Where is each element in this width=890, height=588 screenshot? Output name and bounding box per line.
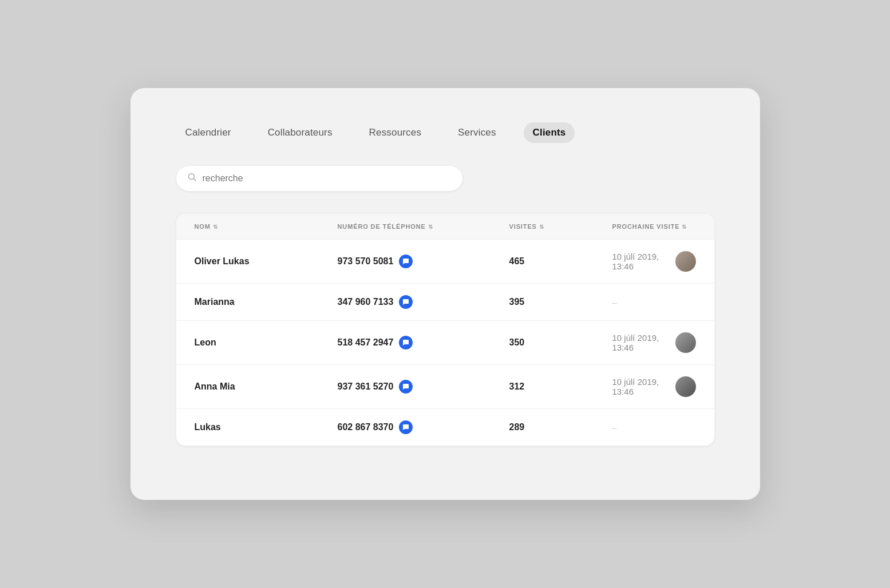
- cell-visits: 395: [509, 297, 612, 307]
- col-header-telephone[interactable]: NUMÉRO DE TÉLÉPHONE ⇅: [338, 223, 509, 230]
- tab-services[interactable]: Services: [449, 122, 505, 143]
- cell-next-visit: 10 júlí 2019, 13:46: [612, 332, 696, 353]
- cell-visits: 350: [509, 337, 612, 348]
- avatar: [675, 332, 696, 353]
- search-box: [176, 166, 462, 191]
- nav-tabs: CalendrierCollaborateursRessourcesServic…: [176, 122, 714, 143]
- col-header-visites[interactable]: VISITES ⇅: [509, 223, 612, 230]
- sort-icon-prochaine: ⇅: [682, 224, 687, 230]
- cell-phone: 602 867 8370: [338, 420, 509, 434]
- next-visit-date: 10 júlí 2019, 13:46: [612, 252, 669, 271]
- cell-next-visit: 10 júlí 2019, 13:46: [612, 251, 696, 272]
- tab-ressources[interactable]: Ressources: [360, 122, 430, 143]
- cell-next-visit: –: [612, 423, 696, 432]
- chat-icon[interactable]: [399, 420, 413, 434]
- next-visit-date: –: [612, 423, 617, 432]
- cell-visits: 465: [509, 256, 612, 267]
- next-visit-date: 10 júlí 2019, 13:46: [612, 333, 669, 352]
- avatar-inner: [675, 251, 696, 272]
- sort-icon-nom: ⇅: [213, 224, 218, 230]
- chat-icon[interactable]: [399, 255, 413, 268]
- table-header: NOM ⇅NUMÉRO DE TÉLÉPHONE ⇅VISITES ⇅PROCH…: [176, 214, 714, 239]
- cell-phone: 973 570 5081: [338, 255, 509, 268]
- chat-icon[interactable]: [399, 295, 413, 309]
- cell-phone: 518 457 2947: [338, 336, 509, 349]
- search-input[interactable]: [203, 173, 451, 184]
- search-container: [176, 166, 714, 191]
- svg-line-1: [193, 179, 196, 181]
- avatar: [675, 376, 696, 397]
- app-window: CalendrierCollaborateursRessourcesServic…: [130, 88, 760, 500]
- table-row[interactable]: Leon 518 457 2947 35010 júlí 2019, 13:46: [176, 320, 714, 364]
- avatar-inner: [675, 376, 696, 397]
- sort-icon-telephone: ⇅: [428, 224, 433, 230]
- cell-visits: 312: [509, 382, 612, 392]
- tab-calendrier[interactable]: Calendrier: [176, 122, 240, 143]
- cell-phone: 347 960 7133: [338, 295, 509, 309]
- cell-name: Marianna: [195, 297, 338, 307]
- next-visit-date: –: [612, 297, 617, 307]
- tab-clients[interactable]: Clients: [524, 122, 575, 143]
- cell-next-visit: –: [612, 297, 696, 307]
- tab-collaborateurs[interactable]: Collaborateurs: [259, 122, 342, 143]
- cell-name: Leon: [195, 337, 338, 348]
- clients-table: NOM ⇅NUMÉRO DE TÉLÉPHONE ⇅VISITES ⇅PROCH…: [176, 214, 714, 446]
- chat-icon[interactable]: [399, 380, 413, 394]
- phone-number: 937 361 5270: [338, 382, 394, 392]
- avatar: [675, 251, 696, 272]
- table-row[interactable]: Marianna 347 960 7133 395–: [176, 283, 714, 320]
- phone-number: 518 457 2947: [338, 337, 394, 348]
- avatar-inner: [675, 332, 696, 353]
- chat-icon[interactable]: [399, 336, 413, 349]
- cell-phone: 937 361 5270: [338, 380, 509, 394]
- phone-number: 347 960 7133: [338, 297, 394, 307]
- cell-next-visit: 10 júlí 2019, 13:46: [612, 376, 696, 397]
- cell-visits: 289: [509, 422, 612, 432]
- cell-name: Lukas: [195, 422, 338, 432]
- sort-icon-visites: ⇅: [539, 224, 544, 230]
- table-body: Oliver Lukas 973 570 5081 46510 júlí 201…: [176, 239, 714, 446]
- col-header-prochaine[interactable]: PROCHAINE VISITE ⇅: [612, 223, 696, 230]
- cell-name: Anna Mia: [195, 382, 338, 392]
- table-row[interactable]: Oliver Lukas 973 570 5081 46510 júlí 201…: [176, 239, 714, 283]
- table-row[interactable]: Lukas 602 867 8370 289–: [176, 408, 714, 446]
- phone-number: 602 867 8370: [338, 422, 394, 432]
- phone-number: 973 570 5081: [338, 256, 394, 267]
- next-visit-date: 10 júlí 2019, 13:46: [612, 377, 669, 396]
- search-icon: [188, 173, 197, 184]
- table-row[interactable]: Anna Mia 937 361 5270 31210 júlí 2019, 1…: [176, 364, 714, 408]
- col-header-nom[interactable]: NOM ⇅: [195, 223, 338, 230]
- cell-name: Oliver Lukas: [195, 256, 338, 267]
